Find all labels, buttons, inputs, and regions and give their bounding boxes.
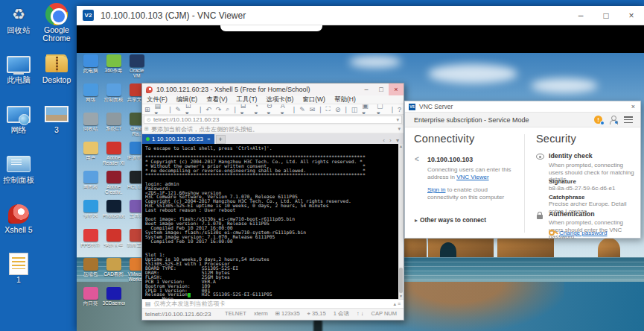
remote-desktop-icon[interactable]: Adobe Reader XI <box>102 142 125 171</box>
toolbar-icon[interactable]: ▤ ▾ <box>153 104 168 115</box>
minimize-button[interactable]: – <box>359 83 374 95</box>
remote-desktop-icon[interactable]: 驱动人生 <box>102 229 125 258</box>
menu-item[interactable]: 编辑(E) <box>172 95 202 104</box>
toolbar-icon[interactable]: ◫ <box>349 106 360 113</box>
other-ways-row[interactable]: ▸Other ways to connect <box>415 212 486 225</box>
remote-desktop-icon[interactable]: 向日葵 <box>79 287 102 316</box>
xshell-address-bar[interactable]: ⊙ telnet://10.100.121.60:23 ▾ <box>144 116 402 124</box>
menu-item[interactable]: 工具(T) <box>232 95 262 104</box>
compose-placeholder[interactable]: 仅将文本发送到当前选项卡 <box>154 300 226 308</box>
tab-nav-arrows[interactable]: ‹ › ▾ <box>383 137 401 144</box>
toolbar-icon[interactable]: ? <box>395 106 404 113</box>
toolbar-icon[interactable]: | <box>389 106 395 113</box>
remote-desktop-icon[interactable]: 360杀毒 <box>102 54 125 83</box>
desktop-icon[interactable]: Xshell 5 <box>0 203 37 253</box>
desktop-icon[interactable]: Desktop <box>36 53 77 103</box>
remote-desktop-icon[interactable]: Photoshop <box>102 200 125 229</box>
menu-item[interactable]: 查看(V) <box>202 95 232 104</box>
remote-icon-image <box>83 229 98 242</box>
minimize-button[interactable]: – <box>568 6 593 25</box>
toolbar-icon[interactable]: ⛶ <box>324 105 333 113</box>
chevron-down-icon[interactable]: ▾ <box>398 126 401 132</box>
toolbar-icon[interactable]: A ▾ <box>278 104 291 115</box>
toolbar-icon[interactable]: ▢ ▾ <box>374 104 389 115</box>
chevron-down-icon[interactable]: ▾ <box>396 117 399 123</box>
remote-desktop-icon[interactable]: 回收站 <box>79 113 102 142</box>
remote-desktop-icon[interactable]: 压缩包 <box>79 258 102 287</box>
toolbar-icon[interactable]: ⌕ <box>223 105 232 113</box>
maximize-button[interactable]: □ <box>593 6 619 25</box>
remote-desktop-icon[interactable]: 系统CT <box>102 113 125 142</box>
vnc-viewer-titlebar[interactable]: V2 10.100.100.103 (CJM) - VNC Viewer – □… <box>77 6 644 25</box>
toolbar-icon[interactable]: | <box>342 106 348 113</box>
toolbar-icon[interactable]: | <box>167 106 173 113</box>
menu-item[interactable]: 窗口(W) <box>298 95 330 104</box>
xshell-titlebar[interactable]: 10.100.121.60:23 - Xshell 5 (Free for Ho… <box>142 83 404 95</box>
close-button[interactable]: × <box>389 83 404 95</box>
remote-desktop[interactable]: 此电脑 360杀毒 Oracle VM VirtualBox 网 <box>77 53 644 331</box>
toolbar-icon[interactable]: ✎ <box>297 106 307 113</box>
sign-in-link[interactable]: Sign in <box>427 186 445 193</box>
toolbar-icon[interactable]: ⊘ <box>333 106 343 113</box>
vnc-server-titlebar[interactable]: VS VNC Server × <box>405 101 640 112</box>
add-session-icon[interactable]: ⊞ <box>144 126 149 132</box>
alert-icon[interactable]: ! <box>594 116 602 124</box>
menu-item[interactable]: 选项卡(B) <box>261 95 298 104</box>
desktop-icon[interactable]: 网络 <box>0 103 37 153</box>
desktop-icon[interactable]: 控制面板 <box>0 153 37 203</box>
remote-desktop-icon[interactable]: Adobe Creativ.. <box>102 171 125 200</box>
desktop-icon[interactable]: 3 <box>36 103 77 153</box>
close-icon[interactable]: × <box>631 103 635 110</box>
xshell-compose-bar[interactable]: ▤ 仅将文本发送到当前选项卡 ▴ ≡ <box>142 299 404 308</box>
menu-item[interactable]: 帮助(H) <box>330 95 360 104</box>
vnc-toolbar-tab[interactable] <box>220 25 322 31</box>
vnc-viewer-link[interactable]: VNC Viewer <box>456 174 488 180</box>
desktop-icon[interactable]: 1 <box>0 253 37 303</box>
desktop-icon[interactable]: 此电脑 <box>0 53 37 103</box>
change-password-link[interactable]: Change password <box>559 230 607 237</box>
toolbar-icon[interactable]: ⊞ <box>142 106 153 113</box>
scroll-up-icon[interactable]: ▲ <box>398 144 404 149</box>
scrollbar-thumb[interactable] <box>399 268 403 293</box>
hamburger-menu-icon[interactable] <box>624 116 633 123</box>
toolbar-icon[interactable]: ◔ ▾ <box>252 104 265 115</box>
toolbar-icon[interactable]: ✉ <box>307 106 318 113</box>
remote-desktop-icon[interactable]: 画图板 <box>79 171 102 200</box>
remote-desktop-icon[interactable]: 网络 <box>79 83 102 113</box>
menu-item[interactable]: 文件(F) <box>142 95 172 104</box>
remote-desktop-icon[interactable]: Oracle VM VirtualBox <box>125 54 148 83</box>
toolbar-icon[interactable]: ↶ <box>203 106 214 113</box>
user-icon[interactable] <box>609 116 617 124</box>
remote-desktop-icon[interactable]: PPS影音 <box>79 229 102 258</box>
toolbar-icon[interactable]: ↷ <box>214 106 224 113</box>
remote-desktop-icon[interactable]: CAD看图 <box>102 258 125 287</box>
desktop-icon[interactable]: Google Chrome <box>36 3 77 53</box>
toolbar-icon[interactable]: ⊡ ▾ <box>183 104 197 115</box>
terminal-scrollbar[interactable]: ▲ ▼ <box>398 144 404 299</box>
toolbar-icon[interactable]: Θ ▾ <box>264 104 278 115</box>
remote-desktop-icon[interactable]: 3CDaemon <box>102 287 125 316</box>
desktop-icon-label: 3 <box>54 126 59 134</box>
compose-options-icons[interactable]: ▴ ≡ <box>393 301 401 307</box>
maximize-button[interactable]: □ <box>374 83 389 95</box>
remote-desktop-icon[interactable]: 控制面板 <box>102 83 125 113</box>
scroll-down-icon[interactable]: ▼ <box>398 294 404 299</box>
desktop-icon[interactable]: ♻ 回收站 <box>0 3 37 53</box>
session-tab[interactable]: 1 10.100.121.60:23 × <box>142 134 214 144</box>
remote-desktop-icon[interactable]: 此电脑 <box>79 54 102 83</box>
remote-desktop-icon[interactable]: 浏览器 <box>79 200 102 229</box>
new-tab-button[interactable]: + <box>216 135 226 144</box>
address-value[interactable]: telnet://10.100.121.60:23 <box>153 116 220 123</box>
toolbar-icon[interactable]: | <box>232 106 237 113</box>
toolbar-icon[interactable]: ⊟ ▾ <box>238 104 252 115</box>
terminal[interactable]: To escape to local shell, press 'Ctrl+Al… <box>142 144 404 299</box>
toolbar-icon[interactable]: ✎ <box>173 106 184 113</box>
toolbar-icon[interactable]: | <box>317 106 323 113</box>
toolbar-icon[interactable]: ▣ ▾ <box>360 104 374 115</box>
toolbar-icon[interactable]: | <box>291 106 297 113</box>
tab-close-icon[interactable]: × <box>207 136 211 142</box>
toolbar-icon[interactable]: | <box>197 106 203 113</box>
cloud <box>428 64 517 83</box>
remote-desktop-icon[interactable]: 用户 <box>79 142 102 171</box>
close-button[interactable]: × <box>619 6 644 25</box>
